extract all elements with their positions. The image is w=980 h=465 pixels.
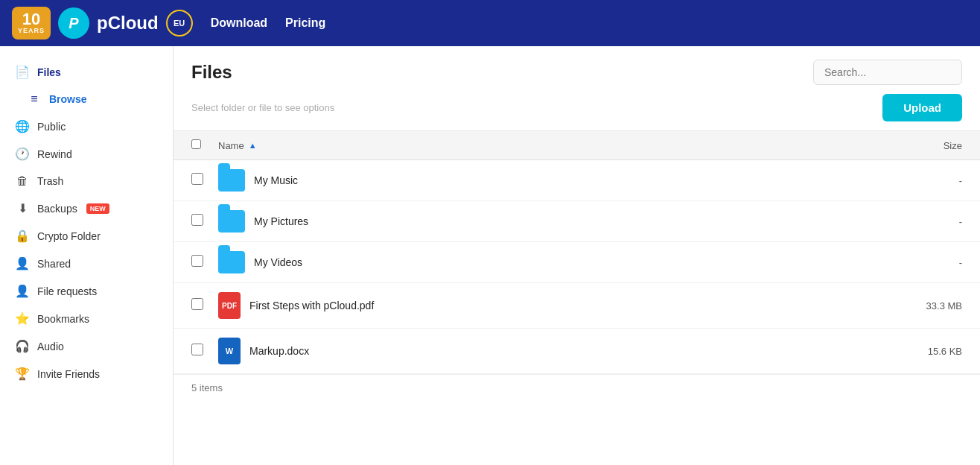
logo-group: 10 YEARS P pCloud EU: [12, 7, 193, 39]
table-row[interactable]: My Pictures -: [174, 201, 980, 242]
years-badge: 10 YEARS: [12, 7, 51, 39]
topnav: 10 YEARS P pCloud EU Download Pricing: [0, 0, 980, 46]
topnav-links: Download Pricing: [211, 16, 326, 30]
invitefriends-icon: 🏆: [15, 367, 30, 381]
sidebar-item-invitefriends[interactable]: 🏆 Invite Friends: [0, 360, 173, 388]
sidebar-item-browse[interactable]: ≡ Browse: [0, 86, 173, 113]
header-checkbox-col: [191, 139, 218, 152]
checkbox-mypictures[interactable]: [191, 214, 203, 226]
filesize-myvideos: -: [873, 257, 962, 268]
file-table: Name ▲ Size My Music -: [174, 131, 980, 465]
sidebar-label-audio: Audio: [37, 341, 64, 352]
table-row[interactable]: W Markup.docx 15.6 KB: [174, 329, 980, 374]
trash-icon: 🗑: [15, 174, 30, 188]
checkbox-markup[interactable]: [191, 344, 203, 355]
sidebar-label-crypto: Crypto Folder: [37, 230, 101, 242]
upload-button[interactable]: Upload: [882, 94, 962, 121]
filesize-markup: 15.6 KB: [873, 346, 962, 357]
filerequests-icon: 👤: [15, 284, 30, 298]
years-number: 10: [22, 11, 40, 28]
sidebar-item-audio[interactable]: 🎧 Audio: [0, 332, 173, 360]
sidebar-item-filerequests[interactable]: 👤 File requests: [0, 277, 173, 305]
select-all-checkbox[interactable]: [191, 139, 201, 149]
content-area: Files Select folder or file to see optio…: [174, 46, 980, 465]
filename-myvideos: My Videos: [254, 256, 873, 268]
sidebar-label-bookmarks: Bookmarks: [37, 313, 89, 325]
folder-icon-mymusic: [218, 169, 245, 192]
sidebar-label-backups: Backups: [37, 203, 77, 215]
sidebar-item-trash[interactable]: 🗑 Trash: [0, 168, 173, 194]
rewind-icon: 🕐: [15, 147, 30, 161]
main-layout: 📄 Files ≡ Browse 🌐 Public 🕐 Rewind 🗑 Tra…: [0, 46, 980, 465]
filename-mypictures: My Pictures: [254, 215, 873, 227]
filename-mymusic: My Music: [254, 174, 873, 186]
checkbox-myvideos[interactable]: [191, 255, 203, 267]
sidebar: 📄 Files ≡ Browse 🌐 Public 🕐 Rewind 🗑 Tra…: [0, 46, 174, 465]
file-icon: 📄: [15, 65, 30, 79]
toolbar-hint: Select folder or file to see options: [191, 102, 334, 113]
page-title: Files: [191, 62, 232, 83]
years-label: YEARS: [18, 28, 45, 35]
header-size-col: Size: [873, 140, 962, 151]
audio-icon: 🎧: [15, 339, 30, 353]
sidebar-item-rewind[interactable]: 🕐 Rewind: [0, 140, 173, 168]
folder-icon-myvideos: [218, 251, 245, 273]
filesize-mymusic: -: [873, 175, 962, 186]
checkbox-firststeps[interactable]: [191, 298, 203, 310]
table-footer: 5 items: [174, 374, 980, 401]
sidebar-item-files[interactable]: 📄 Files: [0, 58, 173, 86]
header-name-col[interactable]: Name ▲: [218, 140, 873, 151]
sidebar-item-crypto[interactable]: 🔒 Crypto Folder: [0, 222, 173, 250]
row-checkbox-markup: [191, 344, 218, 358]
folder-icon-mypictures: [218, 210, 245, 232]
filesize-mypictures: -: [873, 216, 962, 227]
sidebar-item-public[interactable]: 🌐 Public: [0, 113, 173, 140]
row-checkbox-mymusic: [191, 173, 218, 188]
row-checkbox-myvideos: [191, 255, 218, 270]
crypto-icon: 🔒: [15, 229, 30, 243]
sidebar-label-browse: Browse: [49, 93, 87, 105]
public-icon: 🌐: [15, 119, 30, 133]
table-header: Name ▲ Size: [174, 131, 980, 160]
pcloud-icon: P: [58, 7, 89, 39]
table-row[interactable]: My Videos -: [174, 242, 980, 283]
backups-icon: ⬇: [15, 201, 30, 215]
sidebar-item-bookmarks[interactable]: ⭐ Bookmarks: [0, 305, 173, 332]
sidebar-label-trash: Trash: [37, 175, 63, 187]
filesize-firststeps: 33.3 MB: [873, 300, 962, 311]
word-icon-markup: W: [218, 338, 241, 364]
sidebar-item-backups[interactable]: ⬇ Backups NEW: [0, 194, 173, 222]
search-input[interactable]: [813, 60, 962, 85]
sidebar-section-main: 📄 Files ≡ Browse 🌐 Public 🕐 Rewind 🗑 Tra…: [0, 58, 173, 388]
table-row[interactable]: PDF First Steps with pCloud.pdf 33.3 MB: [174, 283, 980, 329]
sort-icon: ▲: [249, 141, 257, 150]
table-row[interactable]: My Music -: [174, 160, 980, 201]
pricing-link[interactable]: Pricing: [285, 16, 325, 30]
checkbox-mymusic[interactable]: [191, 173, 203, 185]
filename-markup: Markup.docx: [249, 345, 873, 357]
filename-firststeps: First Steps with pCloud.pdf: [249, 300, 873, 311]
sidebar-label-invitefriends: Invite Friends: [37, 368, 100, 380]
sidebar-label-files: Files: [37, 66, 61, 78]
sidebar-item-shared[interactable]: 👤 Shared: [0, 250, 173, 277]
download-link[interactable]: Download: [211, 16, 267, 30]
new-badge: NEW: [86, 203, 109, 214]
row-checkbox-mypictures: [191, 214, 218, 229]
sidebar-label-public: Public: [37, 121, 66, 133]
pcloud-name: pCloud: [97, 13, 159, 34]
bookmarks-icon: ⭐: [15, 311, 30, 326]
content-header: Files: [174, 46, 980, 85]
toolbar: Select folder or file to see options Upl…: [174, 85, 980, 131]
browse-icon: ≡: [27, 92, 42, 106]
shared-icon: 👤: [15, 256, 30, 271]
row-checkbox-firststeps: [191, 298, 218, 313]
sidebar-label-rewind: Rewind: [37, 148, 72, 160]
pdf-icon-firststeps: PDF: [218, 292, 241, 319]
sidebar-label-filerequests: File requests: [37, 285, 97, 297]
sidebar-label-shared: Shared: [37, 258, 71, 270]
eu-badge: EU: [166, 10, 193, 37]
